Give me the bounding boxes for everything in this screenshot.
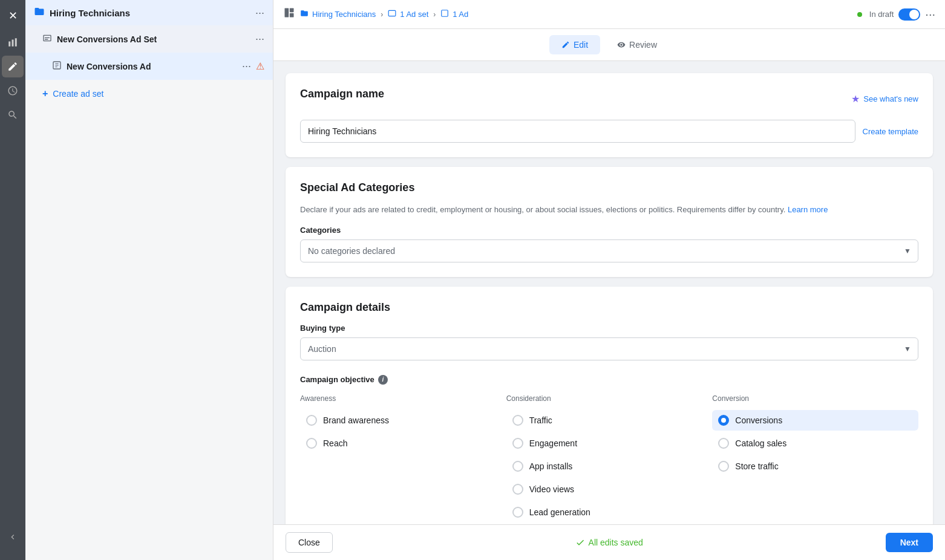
sidebar: Hiring Technicians ··· New Conversions A… <box>25 0 273 560</box>
clock-icon[interactable] <box>2 80 24 102</box>
campaign-name-label: Hiring Technicians <box>50 8 250 18</box>
panel-toggle-icon[interactable] <box>283 7 295 22</box>
objective-lead-generation[interactable]: Lead generation <box>506 502 713 523</box>
close-button[interactable]: Close <box>286 532 333 553</box>
objective-conversions[interactable]: Conversions <box>712 410 918 431</box>
categories-select[interactable]: No categories declared <box>300 239 918 262</box>
ad-name-label: New Conversions Ad <box>67 62 237 71</box>
chart-icon[interactable] <box>2 31 24 53</box>
see-whats-new-label: See what's new <box>863 94 918 103</box>
objective-brand-awareness[interactable]: Brand awareness <box>300 410 506 431</box>
radio-reach <box>306 438 317 449</box>
saved-label: All edits saved <box>589 538 643 547</box>
radio-lead-generation <box>512 507 523 518</box>
objective-reach[interactable]: Reach <box>300 433 506 454</box>
plus-icon: + <box>42 88 48 99</box>
draft-toggle[interactable] <box>898 8 920 21</box>
next-button[interactable]: Next <box>886 533 933 552</box>
breadcrumb-sep-2: › <box>433 10 436 19</box>
warning-icon: ⚠ <box>256 60 264 72</box>
buying-type-label: Buying type <box>300 324 918 333</box>
search-icon[interactable] <box>2 104 24 126</box>
catalog-sales-label: Catalog sales <box>735 438 786 448</box>
create-adset-button[interactable]: + Create ad set <box>25 80 273 108</box>
campaign-more-button[interactable]: ··· <box>255 7 264 19</box>
special-ad-title: Special Ad Categories <box>300 181 918 194</box>
breadcrumb-ad[interactable]: 1 Ad <box>440 9 468 19</box>
adset-icon <box>42 33 52 45</box>
categories-label: Categories <box>300 226 918 235</box>
objective-video-views[interactable]: Video views <box>506 479 713 500</box>
awareness-header: Awareness <box>300 394 506 403</box>
breadcrumb-adset-label: 1 Ad set <box>400 10 428 19</box>
objective-info-icon[interactable]: i <box>378 375 388 385</box>
ad-more-button[interactable]: ··· <box>242 60 251 73</box>
categories-select-wrapper: No categories declared ▼ <box>300 239 918 262</box>
sidebar-adset-item[interactable]: New Conversions Ad Set ··· <box>25 25 273 53</box>
engagement-label: Engagement <box>529 438 577 448</box>
reach-label: Reach <box>323 438 347 448</box>
brand-awareness-label: Brand awareness <box>323 415 389 425</box>
lead-generation-label: Lead generation <box>529 507 590 517</box>
radio-video-views <box>512 484 523 495</box>
buying-type-select-wrapper: Auction ▼ <box>300 337 918 360</box>
breadcrumb-sep-1: › <box>381 10 383 19</box>
icon-bar: ✕ <box>0 0 25 560</box>
svg-rect-7 <box>442 10 448 17</box>
video-views-label: Video views <box>529 484 574 494</box>
objective-app-installs[interactable]: App installs <box>506 456 713 477</box>
breadcrumb-campaign-icon <box>300 9 309 19</box>
campaign-name-input[interactable] <box>300 120 855 143</box>
close-icon[interactable]: ✕ <box>2 5 24 27</box>
consideration-column: Consideration Traffic Engagement App ins… <box>506 394 713 525</box>
objective-columns: Awareness Brand awareness Reach Consider… <box>300 394 918 525</box>
tab-review[interactable]: Review <box>605 35 669 54</box>
edit-review-bar: Edit Review <box>273 29 945 61</box>
svg-rect-4 <box>285 8 289 18</box>
radio-engagement <box>512 438 523 449</box>
tab-edit-label: Edit <box>574 40 588 50</box>
collapse-icon[interactable] <box>2 526 24 548</box>
main-content: Hiring Technicians › 1 Ad set › 1 Ad In … <box>273 0 945 560</box>
campaign-name-title: Campaign name <box>300 88 384 100</box>
objective-store-traffic[interactable]: Store traffic <box>712 456 918 477</box>
objective-traffic[interactable]: Traffic <box>506 410 713 431</box>
breadcrumb-ad-label: 1 Ad <box>453 10 468 19</box>
status-label: In draft <box>869 10 894 19</box>
campaign-details-title: Campaign details <box>300 301 918 314</box>
tab-edit[interactable]: Edit <box>549 35 600 54</box>
ad-icon <box>52 60 62 72</box>
objective-catalog-sales[interactable]: Catalog sales <box>712 433 918 454</box>
sidebar-ad-item[interactable]: New Conversions Ad ··· ⚠ <box>25 53 273 80</box>
radio-brand-awareness <box>306 415 317 426</box>
breadcrumb-campaign[interactable]: Hiring Technicians <box>300 9 376 19</box>
radio-store-traffic <box>718 461 729 472</box>
svg-rect-5 <box>290 8 294 13</box>
conversion-header: Conversion <box>712 394 918 403</box>
create-adset-label: Create ad set <box>53 89 103 99</box>
objective-engagement[interactable]: Engagement <box>506 433 713 454</box>
topnav-more-button[interactable]: ··· <box>925 7 935 21</box>
special-ad-description: Declare if your ads are related to credi… <box>300 204 918 216</box>
campaign-details-card: Campaign details Buying type Auction ▼ C… <box>286 287 933 525</box>
campaign-folder-icon <box>34 6 45 19</box>
app-installs-label: App installs <box>529 461 573 471</box>
buying-type-select[interactable]: Auction <box>300 337 918 360</box>
breadcrumb-adset[interactable]: 1 Ad set <box>388 9 428 19</box>
content-scroll: Campaign name ★ See what's new Create te… <box>273 61 945 524</box>
radio-app-installs <box>512 461 523 472</box>
tab-review-label: Review <box>629 40 657 50</box>
adset-more-button[interactable]: ··· <box>255 33 264 45</box>
edit-icon[interactable] <box>2 56 24 77</box>
adset-name-label: New Conversions Ad Set <box>57 34 250 44</box>
create-template-link[interactable]: Create template <box>863 127 919 136</box>
consideration-header: Consideration <box>506 394 713 403</box>
campaign-objective-header: Campaign objective i <box>300 375 918 385</box>
see-whats-new-button[interactable]: ★ See what's new <box>851 93 918 105</box>
special-ad-card: Special Ad Categories Declare if your ad… <box>286 167 933 277</box>
awareness-column: Awareness Brand awareness Reach <box>300 394 506 525</box>
sidebar-campaign-item[interactable]: Hiring Technicians ··· <box>25 0 273 25</box>
svg-rect-1 <box>12 40 14 47</box>
saved-status: All edits saved <box>575 538 643 547</box>
learn-more-link[interactable]: Learn more <box>788 205 828 214</box>
